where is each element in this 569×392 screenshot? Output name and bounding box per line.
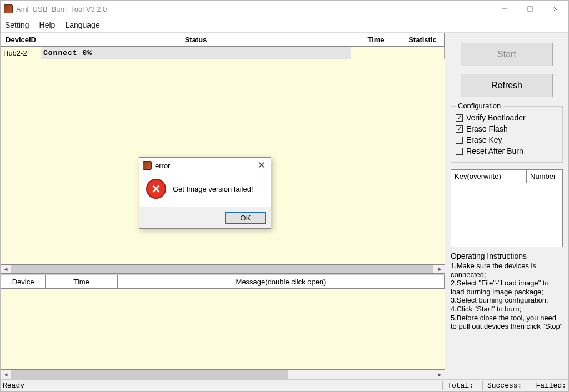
message-table-body <box>1 289 445 370</box>
instruction-line: 1.Make sure the devices is connected; <box>451 262 563 279</box>
error-icon <box>146 179 166 199</box>
scroll-left-icon[interactable]: ◄ <box>1 370 11 379</box>
instruction-line: 2.Select "File"-"Load image" to load bur… <box>451 279 563 296</box>
status-success: Success: <box>482 381 522 390</box>
refresh-button[interactable]: Refresh <box>461 74 553 97</box>
status-text: Ready <box>3 381 442 390</box>
window-title: Aml_USB_Burn_Tool V3.2.0 <box>16 5 492 13</box>
dialog-app-icon <box>143 161 152 170</box>
menu-help[interactable]: Help <box>39 21 56 29</box>
minimize-button[interactable] <box>492 1 517 17</box>
col-msg-device[interactable]: Device <box>1 275 46 288</box>
menu-setting[interactable]: Setting <box>5 21 29 29</box>
checkbox-label: Verify Bootloader <box>466 113 526 122</box>
col-number[interactable]: Number <box>527 170 562 183</box>
col-msg-message[interactable]: Message(double click open) <box>118 275 445 288</box>
instructions-title: Operating Instructions <box>451 252 563 260</box>
checkbox-label: Reset After Burn <box>466 147 523 155</box>
close-icon[interactable] <box>256 162 267 170</box>
key-table: Key(overwrite) Number <box>451 169 563 247</box>
checkbox-icon <box>456 137 463 144</box>
key-table-header: Key(overwrite) Number <box>451 170 562 183</box>
dialog-title: error <box>155 162 256 170</box>
dialog-footer: OK <box>139 207 271 228</box>
checkbox-verify-bootloader[interactable]: Verify Bootloader <box>456 113 558 122</box>
instruction-line: 5.Before close the tool, you need to pul… <box>451 314 563 331</box>
svg-rect-1 <box>528 7 532 11</box>
device-table: DeviceID Status Time Statistic Hub2-2 Co… <box>1 33 445 274</box>
scroll-right-icon[interactable]: ► <box>435 265 445 273</box>
cell-statistic <box>401 47 445 59</box>
status-total: Total: <box>442 381 473 390</box>
checkbox-erase-flash[interactable]: Erase Flash <box>456 124 558 133</box>
checkbox-icon <box>456 125 463 133</box>
menu-bar: Setting Help Language <box>1 17 568 33</box>
col-time[interactable]: Time <box>351 33 401 46</box>
instruction-line: 3.Select burning configuration; <box>451 296 563 305</box>
app-icon <box>4 4 13 13</box>
checkbox-icon <box>456 114 463 122</box>
cell-time <box>351 47 401 59</box>
checkbox-label: Erase Flash <box>466 124 508 133</box>
message-table: Device Time Message(double click open) ◄… <box>1 274 445 379</box>
cell-device-id: Hub2-2 <box>1 47 41 59</box>
operating-instructions: Operating Instructions 1.Make sure the d… <box>451 252 563 331</box>
configuration-title: Configuration <box>456 102 503 110</box>
side-panel: Start Refresh Configuration Verify Bootl… <box>445 33 568 379</box>
configuration-group: Configuration Verify Bootloader Erase Fl… <box>451 106 563 163</box>
checkbox-erase-key[interactable]: Erase Key <box>456 135 558 144</box>
window-controls <box>492 1 568 17</box>
error-dialog: error Get Image version failed! OK <box>139 157 271 229</box>
dialog-body: Get Image version failed! <box>139 173 271 207</box>
message-table-header: Device Time Message(double click open) <box>1 275 445 289</box>
device-table-header: DeviceID Status Time Statistic <box>1 33 445 47</box>
status-failed: Failed: <box>531 381 566 390</box>
col-statistic[interactable]: Statistic <box>401 33 445 46</box>
cell-status: Connect 0% <box>41 47 351 59</box>
status-bar: Ready Total: Success: Failed: <box>1 379 568 391</box>
dialog-titlebar[interactable]: error <box>139 158 271 173</box>
col-key[interactable]: Key(overwrite) <box>451 170 527 183</box>
checkbox-icon <box>456 148 463 155</box>
device-table-body: Hub2-2 Connect 0% <box>1 47 445 264</box>
col-msg-time[interactable]: Time <box>46 275 118 288</box>
close-button[interactable] <box>543 1 568 17</box>
col-device-id[interactable]: DeviceID <box>1 33 41 46</box>
title-bar: Aml_USB_Burn_Tool V3.2.0 <box>1 1 568 17</box>
scroll-thumb[interactable] <box>11 370 288 379</box>
ok-button[interactable]: OK <box>225 212 266 224</box>
scroll-right-icon[interactable]: ► <box>435 370 445 379</box>
scroll-left-icon[interactable]: ◄ <box>1 265 11 273</box>
message-hscrollbar[interactable]: ◄ ► <box>1 370 445 379</box>
device-hscrollbar[interactable]: ◄ ► <box>1 264 445 274</box>
table-row[interactable]: Hub2-2 Connect 0% <box>1 47 445 59</box>
scroll-thumb[interactable] <box>11 265 433 273</box>
col-status[interactable]: Status <box>41 33 351 46</box>
menu-language[interactable]: Language <box>65 21 99 29</box>
maximize-button[interactable] <box>517 1 543 17</box>
checkbox-label: Erase Key <box>466 135 502 144</box>
start-button[interactable]: Start <box>461 43 553 66</box>
dialog-message: Get Image version failed! <box>173 185 253 193</box>
instruction-line: 4.Click "Start" to burn; <box>451 305 563 314</box>
checkbox-reset-after-burn[interactable]: Reset After Burn <box>456 147 558 155</box>
